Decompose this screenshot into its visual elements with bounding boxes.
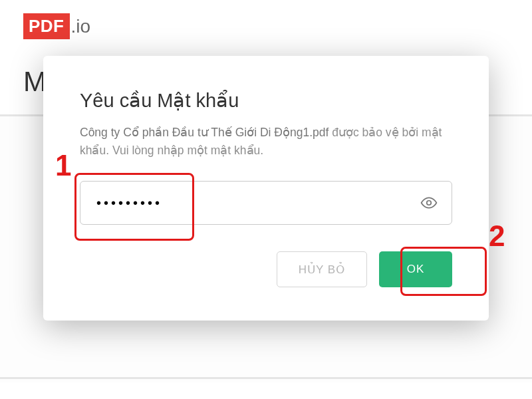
modal-title: Yêu cầu Mật khẩu — [80, 89, 452, 112]
password-input[interactable] — [80, 181, 452, 225]
password-modal: Yêu cầu Mật khẩu Công ty Cổ phần Đầu tư … — [43, 56, 489, 321]
divider — [0, 377, 532, 379]
svg-point-0 — [427, 201, 432, 205]
logo-pdf-badge: PDF — [23, 13, 70, 39]
eye-icon[interactable] — [420, 194, 438, 211]
header: PDF .io — [0, 0, 532, 46]
modal-filename: Công ty Cổ phần Đầu tư Thế Giới Di Động1… — [80, 126, 329, 139]
ok-button[interactable]: OK — [379, 251, 452, 287]
modal-description: Công ty Cổ phần Đầu tư Thế Giới Di Động1… — [80, 124, 452, 160]
logo-io-text: .io — [71, 16, 91, 37]
password-input-wrap — [80, 181, 452, 225]
cancel-button[interactable]: HỦY BỎ — [277, 251, 367, 287]
modal-buttons: HỦY BỎ OK — [80, 251, 452, 287]
